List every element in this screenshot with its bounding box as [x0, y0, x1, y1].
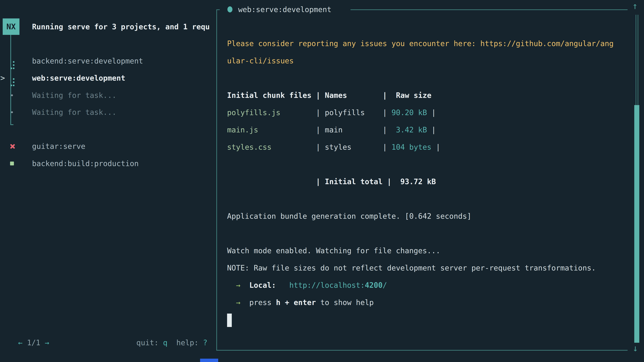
dot-icon: [11, 94, 13, 96]
panel-header: web:serve:development: [228, 5, 332, 14]
dot-icon: [11, 111, 13, 113]
nx-logo: NX: [3, 18, 20, 35]
scrollbar-thumb[interactable]: [634, 105, 639, 343]
task-label: Waiting for task...: [32, 108, 116, 116]
task-row-backend-serve[interactable]: backend:serve:development: [0, 52, 215, 69]
task-output-panel: web:serve:development Please consider re…: [216, 9, 628, 351]
terminal-line: Application bundle generation complete. …: [227, 207, 614, 225]
terminal-line: NOTE: Raw file sizes do not reflect deve…: [227, 259, 614, 277]
panel-title: web:serve:development: [238, 5, 332, 14]
panel-border-left: [216, 9, 217, 351]
page-indicator: 1/1: [22, 338, 44, 347]
running-dot-icon: [228, 6, 232, 12]
bottom-blue-bar: [200, 359, 218, 362]
panel-border-top-stub: [216, 9, 220, 10]
terminal-line: Watch mode enabled. Watching for file ch…: [227, 242, 614, 259]
keyboard-hints: quit: q help: ?: [128, 330, 208, 347]
page-left-arrow[interactable]: ←: [18, 338, 23, 347]
panel-border-top: [350, 9, 628, 10]
task-label: backend:serve:development: [32, 57, 143, 65]
terminal-line: [227, 225, 614, 242]
terminal-line-table-header: Initial chunk files | Names | Raw size: [227, 87, 614, 104]
scroll-up-icon[interactable]: ↑: [632, 1, 638, 11]
square-icon: [10, 162, 14, 165]
terminal-line: [227, 190, 614, 207]
selected-chevron-icon: >: [0, 73, 5, 82]
pagination: ← 1/1 →: [9, 330, 49, 347]
terminal-line-table-total: | Initial total | 93.72 kB: [227, 173, 614, 190]
terminal-line-table-row: polyfills.js | polyfills | 90.20 kB |: [227, 104, 614, 121]
terminal-line-help-hint: → press h + enter to show help: [227, 294, 614, 311]
task-label: backend:build:production: [32, 159, 139, 168]
task-row-waiting-2[interactable]: Waiting for task...: [0, 104, 215, 121]
spinner-icon: [10, 67, 12, 69]
terminal-line: [227, 69, 614, 87]
quit-key: q: [163, 338, 168, 347]
terminal-cursor-line: [227, 311, 614, 328]
terminal-line: Please consider reporting any issues you…: [227, 35, 614, 52]
help-key: ?: [203, 338, 208, 347]
task-row-web-serve[interactable]: > web:serve:development: [0, 69, 215, 86]
task-label: Waiting for task...: [32, 91, 116, 99]
terminal-line-local-url[interactable]: → Local: http://localhost:4200/: [227, 277, 614, 294]
task-row-backend-build[interactable]: backend:build:production: [0, 155, 215, 172]
task-tree-corner: [10, 124, 14, 125]
quit-hint-label: quit:: [136, 338, 163, 347]
terminal-line: [227, 156, 614, 173]
terminal-line-table-row: main.js | main | 3.42 kB |: [227, 121, 614, 138]
task-label: web:serve:development: [32, 74, 125, 82]
task-row-guitar-serve[interactable]: guitar:serve: [0, 138, 215, 155]
terminal-line: ular-cli/issues: [227, 52, 614, 69]
spinner-icon: [10, 85, 12, 86]
terminal-output: Please consider reporting any issues you…: [227, 35, 614, 328]
task-label: guitar:serve: [32, 142, 85, 150]
scroll-down-icon[interactable]: ↓: [632, 343, 638, 354]
help-hint-label: help:: [167, 338, 203, 347]
cross-icon: [10, 143, 16, 149]
app-title: Running serve for 3 projects, and 1 requ: [32, 22, 215, 31]
terminal-line-table-row: styles.css | styles | 104 bytes |: [227, 138, 614, 156]
task-row-waiting-1[interactable]: Waiting for task...: [0, 87, 215, 104]
panel-border-bottom: [216, 350, 628, 351]
page-right-arrow[interactable]: →: [45, 338, 49, 347]
